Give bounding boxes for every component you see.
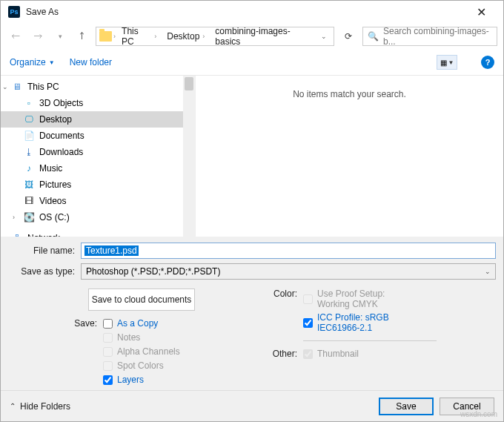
tree-osc[interactable]: ›💽OS (C:) xyxy=(1,209,195,225)
notes-checkbox[interactable]: Notes xyxy=(103,332,180,343)
videos-icon: 🎞 xyxy=(23,195,35,207)
icc-checkbox[interactable]: ICC Profile: sRGBIEC61966-2.1 xyxy=(303,312,389,333)
type-label: Save as type: xyxy=(8,266,81,277)
search-input[interactable]: 🔍 Search combining-images-b... xyxy=(362,27,497,46)
folder-tree[interactable]: ⌄🖥This PC ▫3D Objects 🖵Desktop 📄Document… xyxy=(1,76,195,237)
tree-music[interactable]: ♪Music xyxy=(1,160,195,177)
chevron-right-icon: › xyxy=(2,234,4,237)
thumbnail-checkbox[interactable]: Thumbnail xyxy=(303,349,359,359)
newfolder-button[interactable]: New folder xyxy=(70,57,112,67)
save-button[interactable]: Save xyxy=(379,398,434,415)
tree-desktop[interactable]: 🖵Desktop xyxy=(1,111,195,128)
photoshop-icon: Ps xyxy=(8,6,20,18)
chevron-right-icon: › xyxy=(13,214,15,221)
watermark: wsxdn.com xyxy=(460,410,497,418)
organize-button[interactable]: Organize▼ xyxy=(10,57,55,67)
chevron-up-icon: ⌃ xyxy=(10,402,16,410)
refresh-button[interactable]: ⟳ xyxy=(339,27,358,46)
view-button[interactable]: ▦▼ xyxy=(437,55,457,70)
color-label: Color: xyxy=(269,289,303,333)
search-icon: 🔍 xyxy=(368,31,379,42)
tree-videos[interactable]: 🎞Videos xyxy=(1,193,195,209)
pictures-icon: 🖼 xyxy=(23,179,35,191)
address-bar[interactable]: › This PC› Desktop› combining-images-bas… xyxy=(96,27,334,46)
address-dropdown[interactable]: ⌄ xyxy=(318,33,331,40)
tree-3dobjects[interactable]: ▫3D Objects xyxy=(1,95,195,111)
chevron-down-icon: ⌄ xyxy=(485,268,491,275)
tree-documents[interactable]: 📄Documents xyxy=(1,128,195,144)
recent-dropdown[interactable]: ▾ xyxy=(51,27,69,45)
window-title: Save As xyxy=(26,7,466,17)
network-icon: 🖧 xyxy=(11,232,23,237)
ascopy-checkbox[interactable]: As a Copy xyxy=(103,318,180,329)
back-button[interactable]: 🡐 xyxy=(7,27,24,45)
type-select[interactable]: Photoshop (*.PSD;*.PDD;*.PSDT)⌄ xyxy=(81,263,496,280)
tree-thispc[interactable]: ⌄🖥This PC xyxy=(1,79,195,95)
divider xyxy=(303,340,437,341)
scrollbar-thumb[interactable] xyxy=(185,77,193,90)
3d-icon: ▫ xyxy=(23,97,35,109)
spot-checkbox[interactable]: Spot Colors xyxy=(103,360,180,371)
help-button[interactable]: ? xyxy=(481,56,494,69)
save-options-label: Save: xyxy=(8,318,103,385)
filename-input[interactable]: Texture1.psd xyxy=(81,243,496,259)
tree-pictures[interactable]: 🖼Pictures xyxy=(1,177,195,193)
up-button[interactable]: 🡑 xyxy=(73,27,91,45)
disk-icon: 💽 xyxy=(23,211,35,223)
tree-downloads[interactable]: ⭳Downloads xyxy=(1,144,195,160)
search-placeholder: Search combining-images-b... xyxy=(383,26,492,47)
save-cloud-button[interactable]: Save to cloud documents xyxy=(88,289,195,311)
caret-down-icon: ▼ xyxy=(448,59,454,66)
file-list[interactable]: No items match your search. xyxy=(195,76,503,237)
crumb-folder[interactable]: combining-images-basics xyxy=(210,27,315,45)
downloads-icon: ⭳ xyxy=(23,146,35,158)
pc-icon: 🖥 xyxy=(11,81,23,93)
empty-message: No items match your search. xyxy=(293,89,406,99)
folder-icon xyxy=(99,31,112,42)
tree-scrollbar[interactable] xyxy=(183,76,195,237)
filename-label: File name: xyxy=(8,245,81,256)
close-icon[interactable]: ✕ xyxy=(466,5,496,19)
crumb-desktop[interactable]: Desktop› xyxy=(162,27,209,45)
forward-button[interactable]: 🡒 xyxy=(29,27,47,45)
desktop-icon: 🖵 xyxy=(23,113,35,125)
hide-folders-button[interactable]: ⌃Hide Folders xyxy=(10,401,70,412)
chevron-down-icon: ⌄ xyxy=(2,83,8,90)
view-icon: ▦ xyxy=(440,59,447,67)
caret-down-icon: ▼ xyxy=(49,59,55,66)
tree-network[interactable]: ›🖧Network xyxy=(1,230,195,237)
alpha-checkbox[interactable]: Alpha Channels xyxy=(103,346,180,357)
other-label: Other: xyxy=(269,349,303,359)
documents-icon: 📄 xyxy=(23,130,35,142)
crumb-thispc[interactable]: This PC› xyxy=(117,27,161,45)
proof-checkbox[interactable]: Use Proof Setup:Working CMYK xyxy=(303,289,389,309)
music-icon: ♪ xyxy=(23,162,35,174)
layers-checkbox[interactable]: Layers xyxy=(103,375,180,385)
